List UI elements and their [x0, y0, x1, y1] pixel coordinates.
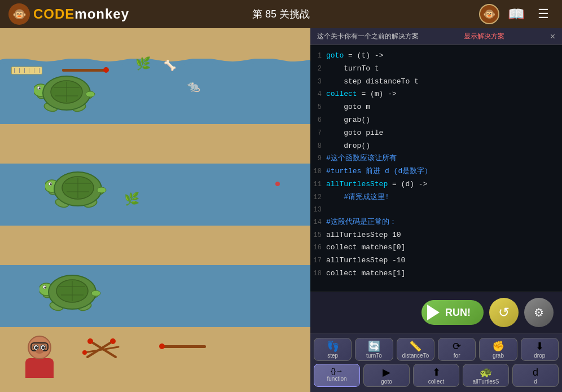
cmd-function[interactable]: {}→function — [314, 364, 360, 387]
code-line-3[interactable]: 3 step distanceTo t — [310, 76, 562, 89]
cmd-grab[interactable]: ✊grab — [479, 338, 517, 361]
code-line-6[interactable]: 6 grab() — [310, 114, 562, 127]
cmd-label: drop — [534, 353, 545, 359]
code-editor[interactable]: 1goto = (t) ->2 turnTo t3 step distanceT… — [310, 45, 562, 292]
cmd-label: collect — [428, 378, 444, 385]
cmd-d[interactable]: dd — [512, 364, 559, 387]
line-content: collect = (m) -> — [326, 89, 557, 100]
code-line-9[interactable]: 9#这个函数应该让所有 — [310, 152, 562, 165]
turtle-1 — [34, 71, 96, 116]
command-row-1: 👣step🔄turnTo📏distanceTo⟳for✊grab⬇drop — [314, 338, 559, 361]
dot-indicator — [275, 182, 280, 186]
turtle-2 — [45, 166, 107, 212]
notification-text: 这个关卡你有一个之前的解决方案 — [317, 32, 419, 41]
line-content: goto pile — [326, 127, 557, 139]
code-line-2[interactable]: 2 turnTo t — [310, 63, 562, 76]
reset-button[interactable]: ↺ — [489, 298, 519, 327]
code-line-13[interactable]: 13 — [310, 204, 562, 216]
code-line-8[interactable]: 8 drop() — [310, 140, 562, 153]
svg-point-32 — [45, 287, 46, 288]
line-content: goto = (t) -> — [326, 50, 557, 62]
matchstick-2 — [161, 345, 206, 348]
cmd-drop[interactable]: ⬇drop — [521, 338, 559, 361]
code-line-1[interactable]: 1goto = (t) -> — [310, 50, 562, 63]
logo-icon: 🐵 — [8, 3, 30, 25]
line-content: step distanceTo t — [326, 76, 557, 88]
header-icons: 🐵 📖 ☰ — [479, 4, 554, 24]
line-content: #这个函数应该让所有 — [326, 153, 557, 165]
cmd-label: d — [534, 378, 537, 385]
svg-point-43 — [87, 338, 93, 344]
cmd-turnto[interactable]: 🔄turnTo — [355, 338, 393, 361]
for-icon: ⟳ — [453, 341, 461, 351]
cmd-label: grab — [493, 353, 504, 359]
cmd-allturtless[interactable]: 🐢allTurtlesS — [463, 364, 509, 387]
character — [23, 336, 56, 381]
book-icon[interactable]: 📖 — [506, 4, 526, 24]
code-line-7[interactable]: 7 goto pile — [310, 127, 562, 140]
svg-point-42 — [110, 338, 116, 344]
svg-point-19 — [50, 183, 52, 185]
line-number: 13 — [310, 205, 326, 215]
code-line-17[interactable]: 17allTurtlesStep -10 — [310, 254, 562, 267]
line-number: 8 — [310, 141, 326, 152]
run-button[interactable]: RUN! — [422, 300, 484, 325]
command-bar: 👣step🔄turnTo📏distanceTo⟳for✊grab⬇drop {}… — [310, 333, 562, 392]
show-solution-link[interactable]: 显示解决方案 — [464, 32, 504, 41]
line-number: 17 — [310, 256, 326, 266]
line-content: allTurtlesStep 10 — [326, 230, 557, 241]
user-avatar[interactable]: 🐵 — [479, 4, 499, 24]
code-line-14[interactable]: 14#这段代码是正常的： — [310, 216, 562, 229]
code-line-18[interactable]: 18collect matches[1] — [310, 267, 562, 280]
cmd-step[interactable]: 👣step — [314, 338, 352, 361]
mole: 🐀 — [186, 79, 200, 93]
close-notification-button[interactable]: × — [550, 32, 555, 41]
code-line-4[interactable]: 4collect = (m) -> — [310, 88, 562, 101]
line-number: 14 — [310, 217, 326, 228]
code-line-10[interactable]: 10#turtles 前进 d (d是数字） — [310, 165, 562, 178]
line-number: 9 — [310, 153, 326, 164]
distanceTo-icon: 📏 — [409, 341, 422, 351]
line-number: 16 — [310, 243, 326, 253]
logo-text: CODEmonkey — [33, 6, 129, 22]
line-number: 15 — [310, 230, 326, 241]
sand-2 — [0, 124, 310, 164]
line-number: 2 — [310, 64, 326, 74]
cmd-label: for — [454, 353, 460, 359]
notification-bar: 这个关卡你有一个之前的解决方案 显示解决方案 × — [310, 28, 562, 45]
menu-icon[interactable]: ☰ — [533, 4, 554, 24]
line-content: #这段代码是正常的： — [326, 217, 557, 228]
line-number: 1 — [310, 51, 326, 61]
settings-button[interactable]: ⚙ — [524, 298, 554, 327]
line-content: allTurtlesStep -10 — [326, 255, 557, 267]
cmd-label: function — [327, 376, 346, 382]
logo-area: 🐵 CODEmonkey — [8, 3, 129, 25]
line-number: 4 — [310, 89, 326, 100]
line-content: turnTo t — [326, 63, 557, 75]
cmd-label: distanceTo — [402, 353, 429, 359]
goto-icon: ▶ — [383, 367, 390, 377]
header-title: 第 85 关挑战 — [252, 7, 310, 21]
cmd-for[interactable]: ⟳for — [438, 338, 476, 361]
header: 🐵 CODEmonkey 第 85 关挑战 🐵 📖 ☰ — [0, 0, 562, 28]
cmd-distanceto[interactable]: 📏distanceTo — [397, 338, 434, 361]
drop-icon: ⬇ — [535, 341, 544, 351]
turnTo-icon: 🔄 — [368, 341, 380, 351]
code-line-12[interactable]: 12 #请完成这里! — [310, 191, 562, 204]
code-line-16[interactable]: 16collect matches[0] — [310, 241, 562, 254]
cmd-label: goto — [381, 378, 392, 385]
line-number: 10 — [310, 166, 326, 177]
line-content: goto m — [326, 102, 557, 113]
main: 🌿 🦴 🐀 — [0, 28, 562, 392]
line-content: allTurtlesStep = (d) -> — [326, 179, 557, 191]
cmd-collect[interactable]: ⬆collect — [413, 364, 459, 387]
sand-3 — [0, 226, 310, 265]
line-content: #turtles 前进 d (d是数字） — [326, 166, 557, 178]
code-line-5[interactable]: 5 goto m — [310, 101, 562, 114]
code-line-15[interactable]: 15allTurtlesStep 10 — [310, 229, 562, 242]
function-icon: {}→ — [331, 367, 343, 375]
cmd-goto[interactable]: ▶goto — [363, 364, 410, 387]
line-number: 6 — [310, 115, 326, 126]
code-line-11[interactable]: 11allTurtlesStep = (d) -> — [310, 178, 562, 191]
svg-point-44 — [82, 350, 87, 355]
